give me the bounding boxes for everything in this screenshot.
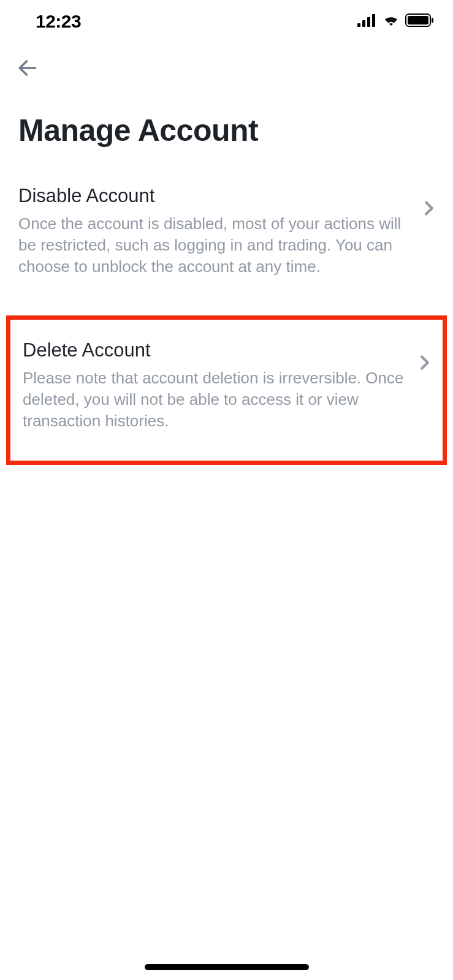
svg-rect-0 bbox=[357, 23, 360, 27]
page-title: Manage Account bbox=[0, 82, 453, 164]
option-description: Once the account is disabled, most of yo… bbox=[18, 213, 411, 277]
cellular-signal-icon bbox=[357, 13, 377, 29]
svg-rect-3 bbox=[372, 14, 375, 27]
svg-rect-6 bbox=[432, 18, 433, 23]
back-button[interactable] bbox=[0, 39, 453, 82]
status-bar: 12:23 bbox=[0, 0, 453, 39]
chevron-right-icon bbox=[419, 355, 430, 372]
option-disable-account[interactable]: Disable Account Once the account is disa… bbox=[0, 164, 453, 298]
option-delete-account[interactable]: Delete Account Please note that account … bbox=[10, 320, 443, 460]
option-content: Delete Account Please note that account … bbox=[23, 339, 407, 432]
option-description: Please note that account deletion is irr… bbox=[23, 368, 407, 432]
highlight-box: Delete Account Please note that account … bbox=[6, 315, 447, 464]
option-title: Delete Account bbox=[23, 339, 407, 361]
battery-icon bbox=[405, 13, 435, 30]
chevron-right-icon bbox=[424, 201, 435, 218]
option-title: Disable Account bbox=[18, 185, 411, 207]
option-content: Disable Account Once the account is disa… bbox=[18, 185, 411, 277]
home-indicator[interactable] bbox=[145, 964, 309, 970]
svg-rect-1 bbox=[362, 20, 365, 27]
status-time: 12:23 bbox=[36, 11, 81, 32]
status-icons bbox=[357, 13, 435, 30]
svg-rect-5 bbox=[408, 16, 428, 24]
wifi-icon bbox=[382, 13, 400, 29]
svg-rect-2 bbox=[367, 17, 370, 27]
arrow-left-icon bbox=[16, 71, 39, 81]
